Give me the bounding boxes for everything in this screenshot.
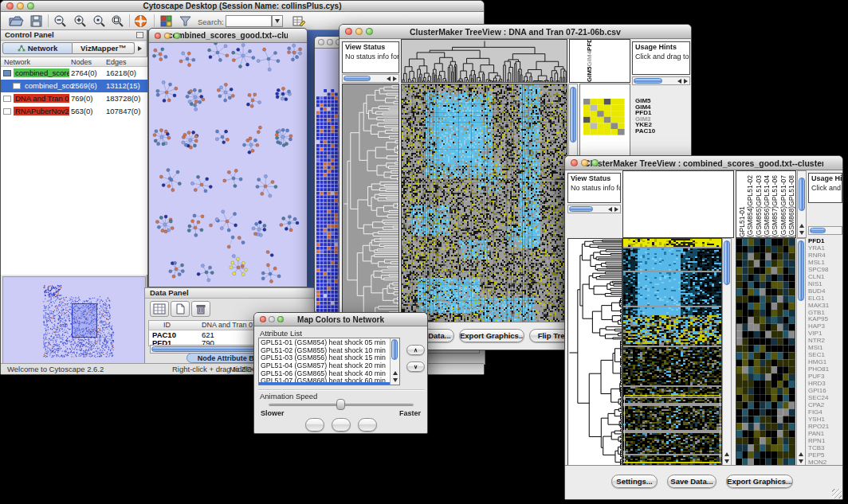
network-list-row[interactable]: combined_scores 2764(0) 16218(0) [1, 67, 147, 80]
scroll-down-icon[interactable] [393, 378, 398, 382]
resize-grip[interactable] [832, 489, 842, 498]
minimize-button[interactable] [269, 316, 275, 322]
zoom-heatmap[interactable] [736, 238, 795, 467]
zoom-heatmap[interactable] [583, 99, 625, 135]
minimize-button[interactable] [355, 28, 363, 35]
row-dendrogram[interactable] [342, 84, 399, 323]
scroll-up-icon[interactable] [724, 452, 729, 456]
scroll-up-icon[interactable] [799, 224, 804, 228]
visual-styles-icon[interactable] [159, 14, 175, 29]
zoom-window-button[interactable] [174, 33, 180, 39]
scroll-down-icon[interactable] [724, 459, 729, 463]
attribute-list[interactable]: GPL51-01 (GSM854) heat shock 05 minGPL51… [258, 338, 400, 385]
move-down-button[interactable]: ∨ [406, 361, 425, 372]
network-overview-panel[interactable] [2, 276, 146, 364]
heatmap-vscrollbar[interactable] [722, 238, 732, 467]
attribute-list-item[interactable]: GPL51-02 (GSM855) heat shock 10 min [261, 347, 389, 355]
scroll-right-icon[interactable] [614, 207, 618, 212]
dialog-button[interactable] [332, 418, 351, 432]
selected-attribute-partial-row[interactable] [259, 382, 390, 385]
tab-vizmapper[interactable]: VizMapper™ [73, 42, 135, 54]
close-button[interactable] [260, 316, 266, 322]
attribute-list-item[interactable]: GPL51-06 (GSM865) heat shock 40 min [261, 370, 389, 378]
attribute-list-item[interactable]: GPL51-03 (GSM856) heat shock 15 min [261, 354, 389, 362]
select-attributes-button[interactable] [150, 301, 169, 317]
view-status-hscrollbar[interactable] [342, 74, 399, 83]
zoom-fit-icon[interactable] [110, 14, 126, 29]
open-folder-icon[interactable] [8, 14, 24, 29]
dialog-titlebar[interactable]: Map Colors to Network [254, 313, 427, 326]
usage-hints-hscrollbar[interactable] [632, 76, 690, 85]
scroll-up-icon[interactable] [799, 452, 803, 456]
dialog-button[interactable] [358, 418, 377, 432]
search-input[interactable] [226, 15, 272, 27]
delete-attribute-button[interactable] [191, 301, 210, 317]
scroll-left-icon[interactable] [387, 76, 391, 81]
help-lifesaver-icon[interactable] [133, 14, 149, 29]
scroll-right-icon[interactable] [684, 79, 688, 84]
attribute-list-vscrollbar[interactable] [390, 338, 399, 385]
zoom-out-icon[interactable] [53, 14, 69, 29]
minimize-button[interactable] [327, 39, 333, 45]
attribute-list-item[interactable]: GPL51-04 (GSM857) heat shock 20 min [261, 362, 389, 370]
new-attribute-button[interactable] [171, 301, 190, 317]
scroll-right-icon[interactable] [393, 76, 397, 81]
settings-button[interactable]: Settings... [611, 475, 658, 488]
minimize-button[interactable] [164, 33, 171, 39]
save-icon[interactable] [29, 14, 45, 29]
zoom-in-icon[interactable] [73, 14, 88, 29]
network-list-row[interactable]: combined_sco 2569(6) 13112(15) [1, 80, 147, 92]
network-list-header[interactable]: Network Nodes Edges [1, 57, 147, 67]
close-button[interactable] [155, 33, 161, 39]
scroll-down-icon[interactable] [799, 459, 803, 463]
scroll-left-icon[interactable] [608, 207, 612, 212]
network-list-row[interactable]: DNA and Tran 07 769(0) 183728(0) [1, 92, 147, 105]
view-status-hscrollbar[interactable] [567, 205, 621, 213]
filter-funnel-icon[interactable] [178, 14, 194, 29]
zoom-vscrollbar[interactable] [796, 238, 806, 467]
treeview-dna-titlebar[interactable]: ClusterMaker TreeView : DNA and Tran 07-… [340, 25, 691, 39]
zoom-window-button[interactable] [591, 159, 599, 166]
column-labels-vscrollbar[interactable] [797, 170, 807, 238]
network-list-row[interactable]: RNAPuberNov2+ 563(0) 107847(0) [1, 105, 147, 118]
main-titlebar[interactable]: Cytoscape Desktop (Session Name: collins… [1, 1, 484, 12]
network-graph-canvas[interactable] [149, 43, 307, 287]
close-button[interactable] [318, 39, 324, 45]
main-window-title: Cytoscape Desktop (Session Name: collins… [20, 2, 465, 10]
global-heatmap[interactable] [401, 84, 567, 323]
control-panel-title: Control Panel [5, 30, 54, 39]
slider-thumb[interactable] [336, 399, 345, 410]
close-button[interactable] [345, 28, 352, 35]
network-view-titlebar[interactable]: combined_scores_good.txt--cluste... [149, 29, 307, 43]
close-button[interactable] [571, 159, 578, 166]
row-dendrogram[interactable] [567, 238, 622, 467]
zoom-window-button[interactable] [366, 28, 373, 35]
usage-hints-hscrollbar[interactable] [808, 226, 842, 235]
close-button[interactable] [6, 2, 14, 10]
search-dropdown-button[interactable] [272, 15, 283, 27]
zoom-selected-icon[interactable] [92, 14, 108, 29]
import-table-icon[interactable] [291, 14, 307, 29]
export-graphics-button[interactable]: Export Graphics... [726, 475, 793, 488]
more-tabs-button[interactable] [135, 42, 145, 54]
scroll-down-icon[interactable] [799, 231, 804, 235]
overview-viewport-rectangle[interactable] [72, 303, 97, 338]
gene-row-labels: GIM5GIM4PFD1GIM3YKE2PAC10 [635, 98, 688, 138]
save-data-button[interactable]: Save Data... [667, 475, 716, 488]
scroll-left-icon[interactable] [677, 79, 681, 84]
attribute-list-item[interactable]: GPL51-01 (GSM854) heat shock 05 min [261, 339, 389, 347]
export-graphics-button[interactable]: Export Graphics... [459, 329, 524, 342]
dialog-button[interactable] [305, 418, 324, 432]
zoom-window-button[interactable] [277, 316, 284, 322]
column-dendrogram[interactable] [401, 39, 567, 83]
zoom-window-button[interactable] [27, 2, 34, 10]
minimize-button[interactable] [581, 159, 588, 166]
treeview-combined-titlebar[interactable]: ClusterMaker TreeView : combined_scores_… [565, 156, 842, 170]
float-panel-icon[interactable] [136, 32, 143, 38]
tab-network[interactable]: Network [2, 42, 73, 54]
global-heatmap[interactable] [622, 238, 722, 467]
column-dendrogram[interactable] [622, 170, 734, 238]
scroll-up-icon[interactable] [393, 371, 398, 375]
minimize-button[interactable] [17, 2, 24, 10]
move-up-button[interactable]: ∧ [406, 345, 425, 355]
